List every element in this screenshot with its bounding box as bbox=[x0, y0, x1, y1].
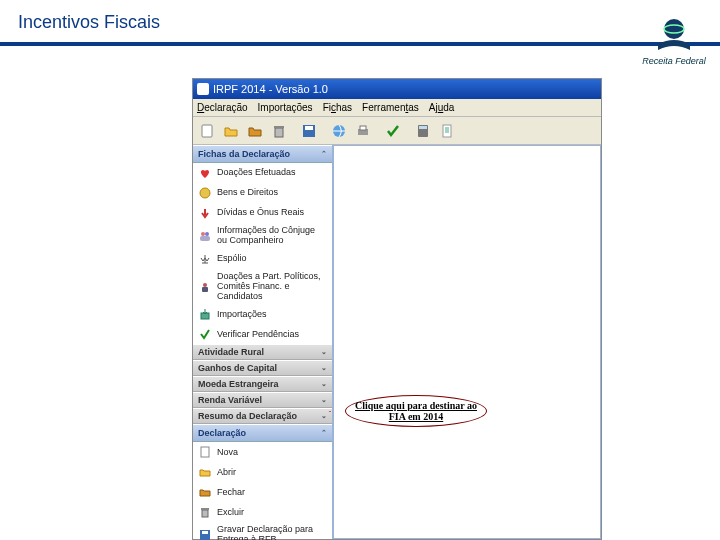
ficha-bens-direitos[interactable]: Bens e Direitos bbox=[193, 183, 332, 203]
page-title: Incentivos Fiscais bbox=[18, 12, 160, 33]
ficha-label: Importações bbox=[217, 310, 267, 320]
sec-label: Renda Variável bbox=[198, 395, 262, 405]
coin-icon bbox=[198, 186, 212, 200]
tb-open[interactable] bbox=[220, 120, 242, 142]
ficha-doacoes-efetuadas[interactable]: Doações Efetuadas bbox=[193, 163, 332, 183]
decl-label: Gravar Declaração para Entrega à RFB bbox=[217, 525, 327, 540]
svg-rect-20 bbox=[201, 447, 209, 457]
callout-bubble: Clique aqui para destinar ao FIA em 2014 bbox=[345, 395, 487, 427]
menu-ferramentas[interactable]: Ferramentas bbox=[362, 102, 419, 113]
sec-label: Ganhos de Capital bbox=[198, 363, 277, 373]
menu-fichas[interactable]: Fichas bbox=[323, 102, 352, 113]
decl-gravar[interactable]: Gravar Declaração para Entrega à RFB bbox=[193, 522, 332, 540]
slide-header: Incentivos Fiscais Receita Federal bbox=[0, 0, 720, 55]
svg-rect-12 bbox=[443, 125, 451, 137]
sec-atividade-rural[interactable]: Atividade Rural⌄ bbox=[193, 344, 332, 360]
ficha-label: Bens e Direitos bbox=[217, 188, 278, 198]
menu-ajuda[interactable]: Ajuda bbox=[429, 102, 455, 113]
fichas-header-label: Fichas da Declaração bbox=[198, 149, 290, 159]
chevron-icon: ⌄ bbox=[321, 412, 327, 420]
divider bbox=[0, 42, 720, 46]
svg-point-13 bbox=[200, 188, 210, 198]
down-arrow-icon bbox=[198, 206, 212, 220]
sec-resumo-declaracao[interactable]: Resumo da Declaração⌄ bbox=[193, 408, 332, 424]
decl-label: Nova bbox=[217, 448, 238, 458]
tb-save[interactable] bbox=[298, 120, 320, 142]
decl-abrir[interactable]: Abrir bbox=[193, 462, 332, 482]
svg-point-15 bbox=[205, 232, 209, 236]
declaracao-header[interactable]: Declaração ⌃ bbox=[193, 424, 332, 442]
ficha-verificar[interactable]: Verificar Pendências bbox=[193, 324, 332, 344]
tb-receipt[interactable] bbox=[436, 120, 458, 142]
folder-close-icon bbox=[198, 485, 212, 499]
ficha-label: Espólio bbox=[217, 254, 247, 264]
sec-label: Atividade Rural bbox=[198, 347, 264, 357]
decl-nova[interactable]: Nova bbox=[193, 442, 332, 462]
chevron-icon: ⌄ bbox=[321, 380, 327, 388]
folder-open-icon bbox=[198, 465, 212, 479]
brand-text: Receita Federal bbox=[642, 56, 706, 66]
titlebar: IRPF 2014 - Versão 1.0 bbox=[193, 79, 601, 99]
tb-new[interactable] bbox=[196, 120, 218, 142]
sec-ganhos-capital[interactable]: Ganhos de Capital⌄ bbox=[193, 360, 332, 376]
new-doc-icon bbox=[198, 445, 212, 459]
menubar: Declaração Importações Fichas Ferramenta… bbox=[193, 99, 601, 117]
decl-label: Excluir bbox=[217, 508, 244, 518]
chevron-icon: ⌄ bbox=[321, 396, 327, 404]
decl-label: Abrir bbox=[217, 468, 236, 478]
svg-rect-2 bbox=[202, 125, 212, 137]
ficha-label: Doações a Part. Políticos, Comitês Finan… bbox=[217, 272, 327, 302]
tb-transmit[interactable] bbox=[328, 120, 350, 142]
decl-fechar[interactable]: Fechar bbox=[193, 482, 332, 502]
heart-icon bbox=[198, 166, 212, 180]
import-icon bbox=[198, 307, 212, 321]
app-window: IRPF 2014 - Versão 1.0 Declaração Import… bbox=[192, 78, 602, 540]
ficha-espolio[interactable]: Espólio bbox=[193, 249, 332, 269]
chevron-up-icon: ⌃ bbox=[321, 429, 327, 437]
save-icon bbox=[198, 528, 212, 540]
content-area bbox=[333, 145, 601, 539]
ficha-conjuge[interactable]: Informações do Cônjuge ou Companheiro bbox=[193, 223, 332, 249]
app-icon bbox=[197, 83, 209, 95]
menu-importacoes[interactable]: Importações bbox=[258, 102, 313, 113]
chevron-up-icon: ⌃ bbox=[321, 150, 327, 158]
sec-renda-variavel[interactable]: Renda Variável⌄ bbox=[193, 392, 332, 408]
tb-delete[interactable] bbox=[268, 120, 290, 142]
svg-rect-6 bbox=[305, 126, 313, 130]
decl-excluir[interactable]: Excluir bbox=[193, 502, 332, 522]
sec-moeda-estrangeira[interactable]: Moeda Estrangeira⌄ bbox=[193, 376, 332, 392]
sec-label: Moeda Estrangeira bbox=[198, 379, 279, 389]
svg-rect-22 bbox=[201, 508, 209, 510]
svg-point-0 bbox=[664, 19, 684, 39]
ficha-dividas[interactable]: Dívidas e Ônus Reais bbox=[193, 203, 332, 223]
ficha-label: Dívidas e Ônus Reais bbox=[217, 208, 304, 218]
svg-rect-24 bbox=[202, 531, 208, 534]
scale-icon bbox=[198, 252, 212, 266]
fichas-list: Doações Efetuadas Bens e Direitos Dívida… bbox=[193, 163, 332, 344]
people-icon bbox=[198, 229, 212, 243]
fichas-header[interactable]: Fichas da Declaração ⌃ bbox=[193, 145, 332, 163]
tb-check[interactable] bbox=[382, 120, 404, 142]
trash-icon bbox=[198, 505, 212, 519]
svg-rect-18 bbox=[202, 287, 208, 292]
svg-rect-11 bbox=[419, 126, 427, 129]
brand-logo: Receita Federal bbox=[628, 0, 720, 80]
sidebar: Fichas da Declaração ⌃ Doações Efetuadas… bbox=[193, 145, 333, 539]
callout-text: Clique aqui para destinar ao FIA em 2014 bbox=[346, 400, 486, 422]
tb-print[interactable] bbox=[352, 120, 374, 142]
toolbar bbox=[193, 117, 601, 145]
tb-close[interactable] bbox=[244, 120, 266, 142]
ficha-label: Informações do Cônjuge ou Companheiro bbox=[217, 226, 327, 246]
svg-point-17 bbox=[203, 283, 207, 287]
tb-calc[interactable] bbox=[412, 120, 434, 142]
person-icon bbox=[198, 280, 212, 294]
check-icon bbox=[198, 327, 212, 341]
ficha-importacoes[interactable]: Importações bbox=[193, 304, 332, 324]
svg-rect-16 bbox=[200, 236, 210, 241]
ficha-label: Verificar Pendências bbox=[217, 330, 299, 340]
ficha-doacoes-politicos[interactable]: Doações a Part. Políticos, Comitês Finan… bbox=[193, 269, 332, 305]
menu-declaracao[interactable]: Declaração bbox=[197, 102, 248, 113]
declaracao-header-label: Declaração bbox=[198, 428, 246, 438]
declaracao-list: Nova Abrir Fechar Excluir Gravar Declara… bbox=[193, 442, 332, 540]
svg-rect-4 bbox=[274, 126, 284, 128]
